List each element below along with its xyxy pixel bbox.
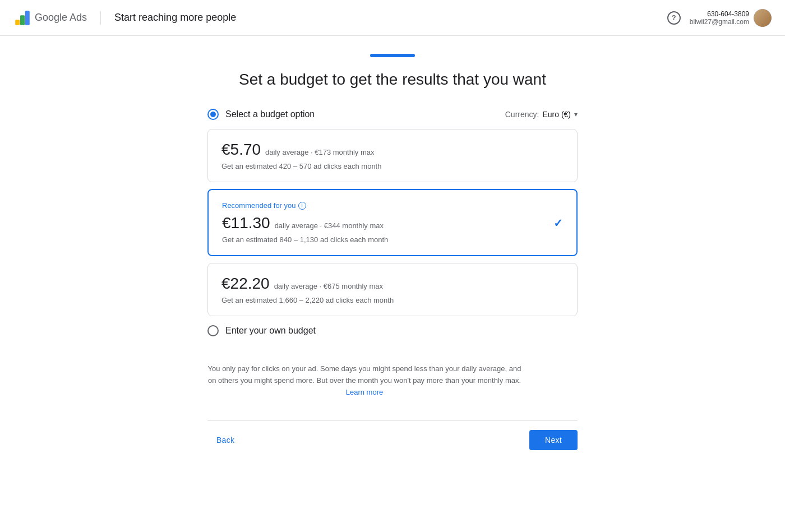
learn-more-link[interactable]: Learn more (346, 388, 383, 396)
header-right: ? 630-604-3809 biiwii27@gmail.com (667, 9, 772, 27)
select-budget-label[interactable]: Select a budget option (207, 109, 315, 120)
back-button[interactable]: Back (207, 431, 243, 449)
budget-details-2: daily average · €344 monthly max (275, 221, 384, 230)
form-section: Select a budget option Currency: Euro (€… (207, 109, 578, 450)
budget-amount-1: €5.70 (221, 141, 261, 159)
header-divider (100, 11, 101, 25)
svg-rect-1 (20, 15, 25, 25)
budget-card-3-main: €22.20 daily average · €675 monthly max (221, 275, 383, 293)
budget-option-header: Select a budget option Currency: Euro (€… (207, 109, 578, 120)
budget-estimate-2: Get an estimated 840 – 1,130 ad clicks e… (222, 235, 563, 244)
own-budget-label: Enter your own budget (225, 326, 316, 336)
footer: Back Next (207, 420, 578, 450)
svg-rect-0 (15, 20, 20, 25)
budget-card-3-row: €22.20 daily average · €675 monthly max (221, 275, 564, 293)
info-text: You only pay for clicks on your ad. Some… (207, 363, 521, 398)
user-info: 630-604-3809 biiwii27@gmail.com (690, 9, 772, 27)
budget-estimate-3: Get an estimated 1,660 – 2,220 ad clicks… (221, 296, 564, 304)
user-email: biiwii27@gmail.com (690, 18, 749, 26)
budget-card-2-main: €11.30 daily average · €344 monthly max (222, 214, 384, 232)
budget-details-1: daily average · €173 monthly max (265, 148, 374, 156)
chevron-down-icon: ▾ (574, 110, 578, 118)
next-button[interactable]: Next (529, 430, 578, 450)
header-title: Start reaching more people (114, 12, 236, 24)
budget-amount-3: €22.20 (221, 275, 270, 293)
budget-details-3: daily average · €675 monthly max (274, 282, 383, 290)
budget-card-1-main: €5.70 daily average · €173 monthly max (221, 141, 374, 159)
header-logo: Google Ads Start reaching more people (13, 9, 236, 27)
google-ads-logo-icon (13, 9, 31, 27)
user-details: 630-604-3809 biiwii27@gmail.com (690, 10, 749, 26)
budget-estimate-1: Get an estimated 420 – 570 ad clicks eac… (221, 162, 564, 170)
select-budget-radio[interactable] (207, 109, 219, 120)
currency-selector[interactable]: Currency: Euro (€) ▾ (505, 110, 578, 119)
own-budget-radio[interactable] (207, 325, 219, 336)
google-ads-logo: Google Ads (13, 9, 87, 27)
user-phone: 630-604-3809 (690, 10, 749, 18)
logo-text: Google Ads (35, 12, 87, 24)
budget-card-3[interactable]: €22.20 daily average · €675 monthly max … (207, 263, 578, 316)
recommended-info-icon[interactable]: i (298, 202, 306, 210)
own-budget-option[interactable]: Enter your own budget (207, 325, 578, 336)
budget-card-2-row: €11.30 daily average · €344 monthly max … (222, 214, 563, 232)
budget-card-1[interactable]: €5.70 daily average · €173 monthly max G… (207, 129, 578, 182)
check-icon: ✓ (553, 216, 563, 230)
avatar[interactable] (754, 9, 772, 27)
main-content: Set a budget to get the results that you… (0, 36, 785, 450)
page-title: Set a budget to get the results that you… (239, 71, 546, 89)
help-icon[interactable]: ? (667, 11, 681, 25)
avatar-image (754, 9, 772, 27)
progress-bar (370, 54, 415, 57)
progress-bar-container (370, 54, 415, 57)
recommended-label: Recommended for you i (222, 201, 563, 210)
header: Google Ads Start reaching more people ? … (0, 0, 785, 36)
info-text-main: You only pay for clicks on your ad. Some… (208, 364, 521, 385)
svg-rect-2 (25, 11, 30, 25)
recommended-text: Recommended for you (222, 201, 296, 210)
currency-label: Currency: (505, 110, 539, 119)
currency-value: Euro (€) (542, 110, 571, 119)
budget-card-1-row: €5.70 daily average · €173 monthly max (221, 141, 564, 159)
budget-amount-2: €11.30 (222, 214, 270, 232)
budget-card-2[interactable]: Recommended for you i €11.30 daily avera… (207, 189, 578, 256)
select-budget-text: Select a budget option (225, 109, 315, 119)
